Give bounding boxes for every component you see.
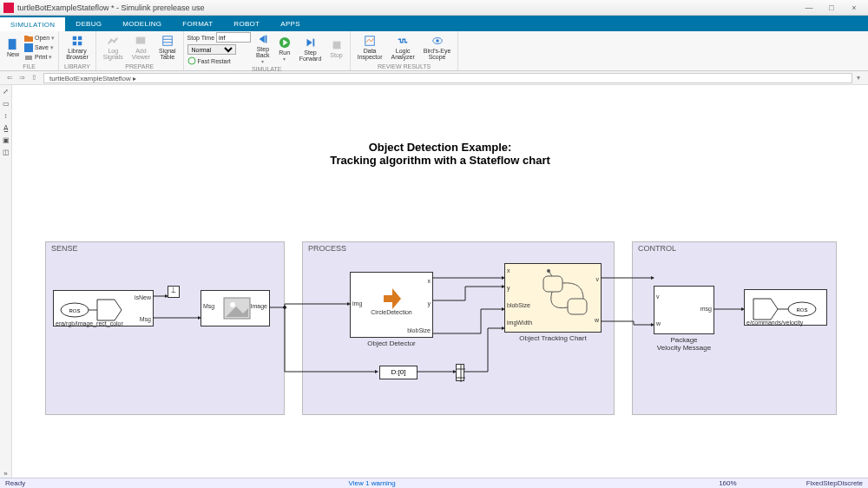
tab-format[interactable]: FORMAT [172,16,223,31]
svg-point-23 [230,302,235,307]
det-out-x: x [428,278,431,284]
hide-icon[interactable]: ◫ [2,148,10,156]
title-bar: turtleBotExampleStateflow * - Simulink p… [0,0,868,16]
breadcrumb-dropdown[interactable]: ▾ [852,73,865,83]
panel-control: CONTROL v w msg Package Velocity Message… [632,241,837,415]
port-msg: Msg [140,316,151,322]
block-object-detector[interactable]: img CircleDetection x y blobSize [350,272,433,338]
fast-restart-toggle[interactable]: Fast Restart [187,56,252,65]
tab-apps[interactable]: APPS [270,16,311,31]
ros-pub-topic: e/commands/velocity [746,320,803,326]
image-icon[interactable]: ▣ [2,135,10,144]
svg-rect-3 [73,36,76,40]
svg-rect-7 [136,37,146,44]
svg-point-18 [436,39,439,43]
app-icon [3,3,14,13]
window-title: turtleBotExampleStateflow * - Simulink p… [17,3,799,12]
ch-bs: blobSize [507,302,530,308]
open-button[interactable]: Open▾ [24,34,55,43]
det-name: Object Detector [350,340,433,347]
block-tracking-chart[interactable]: x y blobSize imgWidth v w [504,263,602,333]
data-inspector-button[interactable]: Data Inspector [354,34,386,61]
readimg-in: Msg [203,303,214,309]
block-terminator[interactable]: ⟘ [168,286,180,298]
svg-rect-2 [25,56,32,60]
svg-text:ROS: ROS [69,308,80,313]
ch-name: Object Tracking Chart [504,334,602,342]
ribbon: New Open▾ Save▾ Print▾ FILE Library Brow… [0,31,868,71]
stoptime-input[interactable] [216,32,251,43]
breadcrumb[interactable]: turtleBotExampleStateflow ▸ [43,73,852,83]
ribbon-group-prepare: Log Signals Add Viewer Signal Table PREP… [96,31,184,70]
det-in: img [352,300,362,307]
block-bus-creator[interactable] [456,364,464,381]
print-button[interactable]: Print▾ [24,53,55,62]
tab-robot[interactable]: ROBOT [223,16,270,31]
log-signals-button[interactable]: Log Signals [100,34,127,61]
svg-rect-1 [24,43,33,52]
nav-fwd-button[interactable]: ⇒ [16,73,28,83]
pk-out: msg [700,306,712,312]
svg-rect-12 [265,36,266,43]
status-solver[interactable]: FixedStepDiscrete [806,479,863,487]
maximize-button[interactable]: □ [821,2,842,14]
zoom-fit-icon[interactable]: ⤢ [2,87,10,96]
logic-analyzer-button[interactable]: Logic Analyzer [388,34,418,61]
panel-sense-title: SENSE [51,244,78,253]
step-forward-button[interactable]: Step Forward [296,36,326,63]
new-button[interactable]: New [3,37,23,58]
explorer-bar: ⇐ ⇒ ⇧ turtleBotExampleStateflow ▸ ▾ [0,71,868,85]
birds-eye-button[interactable]: Bird's-Eye Scope [420,34,455,61]
svg-rect-5 [73,42,76,45]
ch-ow: w [595,317,599,323]
collapse-icon[interactable]: » [2,469,10,478]
nav-back-button[interactable]: ⇐ [3,73,16,83]
block-width-source[interactable]: D:[0] [379,366,418,379]
svg-text:ROS: ROS [796,307,807,313]
stop-button[interactable]: Stop [326,38,345,59]
ribbon-group-file: New Open▾ Save▾ Print▾ FILE [0,31,59,70]
svg-rect-15 [332,42,340,49]
status-zoom[interactable]: 160% [719,479,736,487]
ch-x: x [507,267,510,274]
svg-rect-8 [163,36,173,46]
block-package-velocity[interactable]: v w msg [654,286,714,334]
run-button[interactable]: Run▾ [275,36,294,63]
signal-table-button[interactable]: Signal Table [155,34,179,61]
svg-rect-27 [543,276,562,292]
port-isnew: isNew [135,294,151,300]
pk-name: Package Velocity Message [645,336,723,352]
block-ros-publish[interactable]: ROS e/commands/velocity [744,289,827,326]
readimg-out: Image [251,303,267,309]
tab-debug[interactable]: DEBUG [65,16,112,31]
step-back-button[interactable]: Step Back▾ [253,32,273,65]
tab-simulation[interactable]: SIMULATION [0,16,65,31]
status-warning-link[interactable]: View 1 warning [349,479,396,487]
nav-up-button[interactable]: ⇧ [28,73,40,83]
model-canvas[interactable]: Object Detection Example: Tracking algor… [12,85,868,478]
solver-select[interactable]: Normal [187,44,236,55]
add-viewer-button[interactable]: Add Viewer [128,34,154,61]
tab-modeling[interactable]: MODELING [112,16,172,31]
annotate-icon[interactable]: A̲ [2,123,10,132]
block-ros-subscribe[interactable]: ROS isNew Msg era/rgb/image_rect_color [53,290,154,326]
minimize-button[interactable]: — [799,2,819,14]
svg-rect-0 [9,38,16,49]
ch-y: y [507,285,510,291]
block-read-image[interactable]: Msg Image [201,290,270,326]
pk-w: w [656,320,661,326]
stoptime-label: Stop Time [187,35,215,41]
diagram-subtitle: Tracking algorithm with a Stateflow char… [12,154,868,167]
svg-rect-28 [568,299,587,314]
close-button[interactable]: × [844,2,865,14]
zoom-box-icon[interactable]: ▭ [2,99,10,108]
ch-ov: v [596,276,600,282]
ch-w: imgWidth [507,320,532,326]
library-browser-button[interactable]: Library Browser [62,34,92,61]
left-palette: ⤢ ▭ ↕ A̲ ▣ ◫ » [0,85,12,478]
ribbon-group-simulate: Stop Time Normal Fast Restart Step Back▾… [184,31,351,70]
pan-icon[interactable]: ↕ [2,111,10,120]
save-button[interactable]: Save▾ [24,43,55,52]
panel-sense: SENSE ROS isNew Msg era/rgb/image_rect_c… [45,241,285,415]
diagram-title: Object Detection Example: [12,141,868,154]
